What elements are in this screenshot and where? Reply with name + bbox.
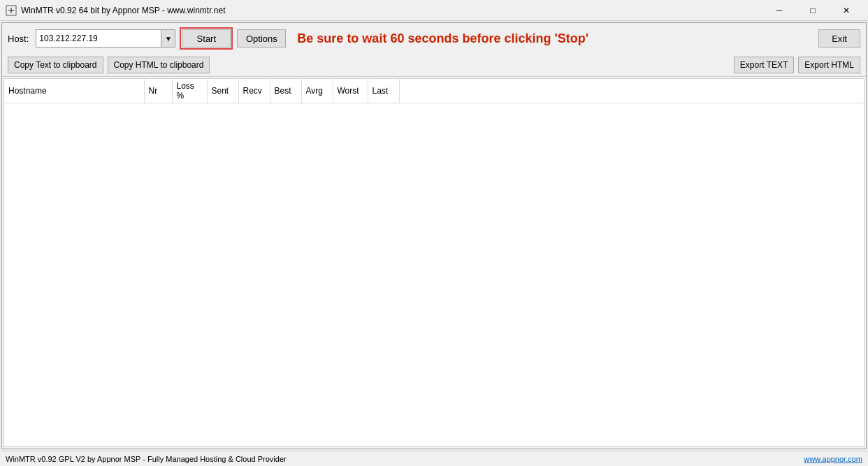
copy-text-button[interactable]: Copy Text to clipboard (8, 57, 103, 73)
options-button[interactable]: Options (237, 29, 286, 48)
appnor-link[interactable]: www.appnor.com (804, 455, 862, 463)
host-input[interactable] (36, 29, 161, 48)
instruction-text: Be sure to wait 60 seconds before clicki… (290, 31, 814, 46)
host-dropdown-button[interactable]: ▼ (161, 29, 175, 48)
export-text-button[interactable]: Export TEXT (734, 57, 794, 73)
host-label: Host: (8, 34, 29, 44)
export-html-button[interactable]: Export HTML (798, 57, 860, 73)
start-button[interactable]: Start (182, 29, 231, 48)
app-title: WinMTR v0.92 64 bit by Appnor MSP - www.… (21, 6, 763, 15)
results-table-area: Hostname Nr Loss % Sent Recv Best Avrg W… (3, 78, 865, 447)
col-header-extra (399, 79, 864, 103)
close-button[interactable]: ✕ (830, 0, 862, 21)
start-button-wrapper: Start (180, 27, 233, 50)
col-header-sent: Sent (207, 79, 238, 103)
app-icon (6, 5, 17, 16)
results-table: Hostname Nr Loss % Sent Recv Best Avrg W… (4, 79, 864, 103)
col-header-avrg: Avrg (301, 79, 333, 103)
col-header-recv: Recv (238, 79, 270, 103)
status-bar: WinMTR v0.92 GPL V2 by Appnor MSP - Full… (0, 451, 868, 466)
col-header-best: Best (270, 79, 301, 103)
col-header-nr: Nr (144, 79, 172, 103)
host-input-group: ▼ (36, 29, 175, 48)
exit-button[interactable]: Exit (818, 29, 860, 48)
main-window: Host: ▼ Start Options Be sure to wait 60… (1, 22, 867, 449)
minimize-button[interactable]: ─ (763, 0, 795, 21)
toolbar-row1: Host: ▼ Start Options Be sure to wait 60… (2, 23, 866, 54)
col-header-worst: Worst (333, 79, 368, 103)
status-text: WinMTR v0.92 GPL V2 by Appnor MSP - Full… (6, 455, 287, 463)
toolbar-row2: Copy Text to clipboard Copy HTML to clip… (2, 54, 866, 77)
table-header-row: Hostname Nr Loss % Sent Recv Best Avrg W… (4, 79, 864, 103)
window-controls: ─ □ ✕ (763, 0, 862, 21)
col-header-last: Last (368, 79, 399, 103)
title-bar: WinMTR v0.92 64 bit by Appnor MSP - www.… (0, 0, 868, 21)
col-header-loss: Loss % (172, 79, 207, 103)
col-header-hostname: Hostname (4, 79, 144, 103)
copy-html-button[interactable]: Copy HTML to clipboard (108, 57, 210, 73)
maximize-button[interactable]: □ (797, 0, 829, 21)
